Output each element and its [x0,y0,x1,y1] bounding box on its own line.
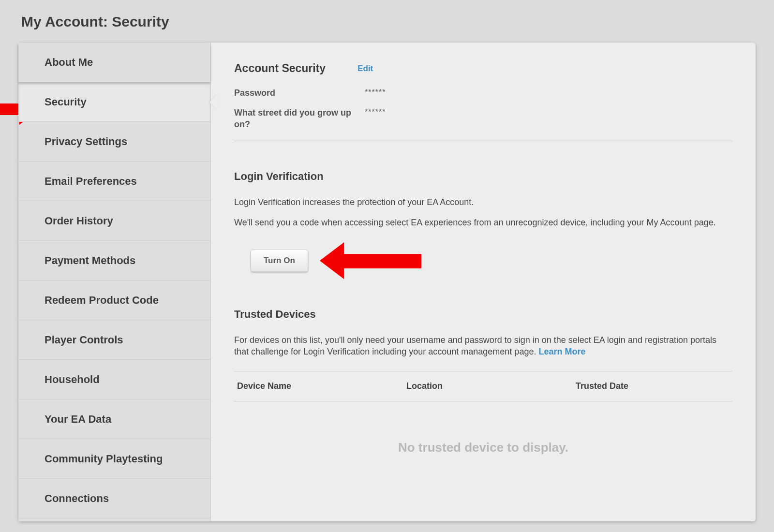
sidebar-item-label: Email Preferences [45,175,137,188]
col-location: Location [406,381,576,391]
sidebar-item-label: Redeem Product Code [45,294,159,307]
col-device-name: Device Name [237,381,406,391]
account-card: About Me Security Privacy Settings Email… [18,43,756,521]
page-title: My Account: Security [21,14,756,30]
sidebar-item-label: Community Playtesting [45,453,163,465]
sidebar-item-about-me[interactable]: About Me [18,43,210,82]
account-security-header: Account Security Edit [234,62,732,75]
turn-on-row: Turn On [251,242,732,279]
security-question-row: What street did you grow up on? ****** [234,107,732,130]
sidebar-item-redeem-product-code[interactable]: Redeem Product Code [18,281,210,320]
sidebar-item-your-ea-data[interactable]: Your EA Data [18,399,210,439]
trusted-devices-table-header: Device Name Location Trusted Date [234,371,732,401]
edit-link[interactable]: Edit [357,64,373,74]
login-verification-desc-1: Login Verification increases the protect… [234,196,732,208]
sidebar: About Me Security Privacy Settings Email… [18,43,211,521]
turn-on-button[interactable]: Turn On [251,250,308,272]
password-label: Password [234,88,365,99]
sidebar-item-label: Connections [45,492,109,505]
sidebar-item-payment-methods[interactable]: Payment Methods [18,241,210,281]
sidebar-item-label: Order History [45,215,113,227]
col-trusted-date: Trusted Date [576,381,729,391]
sidebar-item-household[interactable]: Household [18,360,210,399]
login-verification-heading: Login Verification [234,170,732,183]
trusted-devices-empty: No trusted device to display. [234,440,732,455]
login-verification-desc-2: We'll send you a code when accessing sel… [234,217,732,228]
sidebar-item-security[interactable]: Security [18,82,210,122]
sidebar-item-label: Household [45,373,100,386]
sidebar-item-label: Security [45,96,87,108]
learn-more-link[interactable]: Learn More [538,347,585,356]
account-security-heading: Account Security [234,62,326,75]
sidebar-item-email-preferences[interactable]: Email Preferences [18,162,210,201]
sidebar-item-label: Privacy Settings [45,135,127,148]
sidebar-item-order-history[interactable]: Order History [18,201,210,241]
sidebar-item-player-controls[interactable]: Player Controls [18,320,210,360]
sidebar-item-community-playtesting[interactable]: Community Playtesting [18,439,210,479]
sidebar-item-label: Your EA Data [45,413,111,426]
security-question-value: ****** [365,107,386,130]
trusted-devices-desc-text: For devices on this list, you'll only ne… [234,335,716,356]
annotation-arrow-turn-on [320,242,421,279]
sidebar-item-connections[interactable]: Connections [18,479,210,518]
sidebar-item-label: Payment Methods [45,254,135,267]
password-row: Password ****** [234,88,732,99]
trusted-devices-heading: Trusted Devices [234,308,732,321]
password-value: ****** [365,88,386,99]
divider [234,141,732,141]
security-question-label: What street did you grow up on? [234,107,365,130]
sidebar-item-label: Player Controls [45,334,123,346]
trusted-devices-desc: For devices on this list, you'll only ne… [234,334,732,358]
sidebar-item-privacy-settings[interactable]: Privacy Settings [18,122,210,162]
trusted-devices-section: Trusted Devices For devices on this list… [234,308,732,456]
sidebar-item-label: About Me [45,56,93,69]
main-content: Account Security Edit Password ****** Wh… [211,43,756,521]
